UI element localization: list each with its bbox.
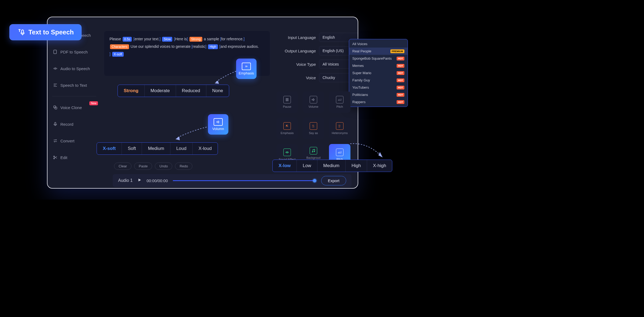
tile-label: Emphasis bbox=[281, 131, 294, 135]
tile-label: Say as bbox=[309, 131, 318, 135]
progress-slider[interactable] bbox=[173, 180, 316, 181]
sidebar-item-label: Convert bbox=[60, 139, 75, 143]
tool-pause[interactable]: Pause bbox=[276, 91, 298, 113]
svg-rect-9 bbox=[286, 98, 287, 101]
pitch-tag[interactable]: High bbox=[208, 44, 218, 49]
pitch-low[interactable]: Low bbox=[297, 160, 317, 172]
input-language-row: Input Language English bbox=[276, 33, 358, 42]
new-badge: New bbox=[89, 101, 98, 105]
emphasis-options: Strong Moderate Reduced None bbox=[118, 85, 229, 97]
svg-rect-8 bbox=[21, 30, 24, 33]
clear-button[interactable]: Clear bbox=[114, 163, 131, 170]
sidebar-item-voice-clone[interactable]: Voice Clone New bbox=[47, 100, 101, 115]
editor-text: Use our splendid voices to generate bbox=[131, 44, 191, 49]
svg-text:def: def bbox=[338, 126, 340, 128]
volume-loud[interactable]: Loud bbox=[170, 143, 193, 154]
dropdown-item-real-people[interactable]: Real PeoplePREMIUM bbox=[349, 48, 408, 55]
volume-tag[interactable]: X-soft bbox=[112, 52, 124, 57]
dropdown-item-spongebob[interactable]: SpongeBob SquarePantsHOT bbox=[349, 55, 408, 62]
characters-tag[interactable]: Characters bbox=[110, 44, 129, 49]
emphasis-strong[interactable]: Strong bbox=[118, 85, 145, 97]
output-language-label: Output Language bbox=[276, 49, 316, 53]
settings-panel: Remaining characte Input Language Englis… bbox=[276, 25, 358, 87]
sidebar-item-edit[interactable]: Edit bbox=[47, 150, 101, 165]
hot-badge: HOT bbox=[397, 71, 404, 75]
dropdown-item-politicians[interactable]: PoliticiansHOT bbox=[349, 91, 408, 98]
pitch-xlow[interactable]: X-low bbox=[273, 160, 297, 172]
sidebar-item-label: PDF to Speech bbox=[60, 50, 88, 54]
svg-point-15 bbox=[312, 152, 313, 152]
bracket: ] bbox=[187, 37, 188, 41]
tile-label: Pause bbox=[283, 105, 291, 108]
scissors-icon bbox=[53, 155, 58, 160]
sidebar-item-pdf-to-speech[interactable]: PDF to Speech bbox=[47, 45, 101, 59]
pitch-xhigh[interactable]: X-high bbox=[367, 160, 392, 172]
svg-point-6 bbox=[54, 156, 55, 157]
emphasis-tag[interactable]: Strong bbox=[189, 37, 202, 42]
hot-badge: HOT bbox=[397, 100, 404, 104]
text-icon bbox=[53, 83, 58, 88]
time-display: 00:00/00:00 bbox=[147, 178, 168, 183]
volume-xloud[interactable]: X-loud bbox=[193, 143, 218, 154]
convert-icon bbox=[53, 138, 58, 143]
slider-thumb[interactable] bbox=[313, 179, 316, 182]
tool-pitch[interactable]: Pitch bbox=[329, 91, 350, 113]
sidebar-item-audio-to-speech[interactable]: Audio to Speech bbox=[47, 61, 101, 76]
pitch-icon bbox=[336, 149, 343, 156]
speed-tag[interactable]: Slow bbox=[162, 37, 172, 42]
undo-button[interactable]: Undo bbox=[155, 163, 172, 170]
editor-text: for reference. bbox=[221, 37, 243, 41]
svg-rect-2 bbox=[54, 50, 57, 54]
export-button[interactable]: Export bbox=[321, 176, 346, 185]
volume-xsoft[interactable]: X-soft bbox=[97, 143, 122, 154]
sidebar-item-convert[interactable]: Convert bbox=[47, 134, 101, 148]
play-button[interactable] bbox=[137, 178, 142, 183]
sidebar-item-label: Edit bbox=[60, 155, 67, 160]
dropdown-item-super-mario[interactable]: Super MarioHOT bbox=[349, 69, 408, 77]
dropdown-label: All Voices bbox=[352, 42, 367, 46]
dropdown-item-youtubers[interactable]: YouTubersHOT bbox=[349, 84, 408, 91]
hot-badge: HOT bbox=[397, 86, 404, 89]
volume-medium[interactable]: Medium bbox=[142, 143, 170, 154]
volume-icon bbox=[310, 96, 317, 103]
pitch-options: X-low Low Medium High X-high bbox=[272, 160, 392, 172]
hot-badge: HOT bbox=[397, 93, 404, 97]
pdf-icon bbox=[53, 49, 58, 54]
bracket: ] bbox=[205, 44, 206, 49]
pitch-high[interactable]: High bbox=[346, 160, 367, 172]
bracket: ] bbox=[243, 37, 244, 41]
text-to-speech-badge: Text to Speech bbox=[9, 24, 82, 40]
tool-emphasis[interactable]: Emphasis bbox=[276, 118, 298, 139]
dropdown-label: Memes bbox=[352, 64, 364, 68]
emphasis-icon bbox=[242, 63, 251, 70]
tool-say-as[interactable]: abc123Say as bbox=[303, 118, 324, 139]
badge-title: Text to Speech bbox=[28, 28, 74, 36]
sidebar-item-record[interactable]: Record bbox=[47, 117, 101, 131]
svg-rect-5 bbox=[55, 122, 56, 125]
tool-volume[interactable]: Volume bbox=[303, 91, 324, 113]
pause-tag[interactable]: 0.5s bbox=[123, 37, 132, 42]
tool-heteronyms[interactable]: abcdefHeteronyms bbox=[329, 118, 350, 139]
dropdown-label: SpongeBob SquarePants bbox=[352, 56, 392, 60]
volume-soft[interactable]: Soft bbox=[122, 143, 142, 154]
emphasis-moderate[interactable]: Moderate bbox=[145, 85, 176, 97]
redo-button[interactable]: Redo bbox=[175, 163, 192, 170]
voice-type-dropdown[interactable]: All Voices Real PeoplePREMIUM SpongeBob … bbox=[349, 39, 408, 107]
tile-label: Heteronyms bbox=[332, 131, 347, 135]
emphasis-reduced[interactable]: Reduced bbox=[176, 85, 206, 97]
dropdown-item-family-guy[interactable]: Family GuyHOT bbox=[349, 77, 408, 84]
voice-type-label: Voice Type bbox=[276, 62, 316, 67]
emphasis-icon bbox=[283, 122, 291, 130]
dropdown-item-memes[interactable]: MemesHOT bbox=[349, 62, 408, 69]
emphasis-none[interactable]: None bbox=[206, 85, 229, 97]
sidebar-item-speech-to-text[interactable]: Speech to Text bbox=[47, 78, 101, 92]
paste-button[interactable]: Paste bbox=[134, 163, 152, 170]
audio-icon bbox=[53, 66, 58, 71]
dropdown-item-rappers[interactable]: RappersHOT bbox=[349, 98, 408, 106]
dropdown-item-all-voices[interactable]: All Voices bbox=[349, 40, 408, 48]
editor-text: enter your text. bbox=[134, 37, 159, 41]
dropdown-label: YouTubers bbox=[352, 85, 369, 89]
track-name: Audio 1 bbox=[118, 178, 133, 183]
pause-icon bbox=[283, 96, 291, 103]
pitch-medium[interactable]: Medium bbox=[317, 160, 346, 172]
